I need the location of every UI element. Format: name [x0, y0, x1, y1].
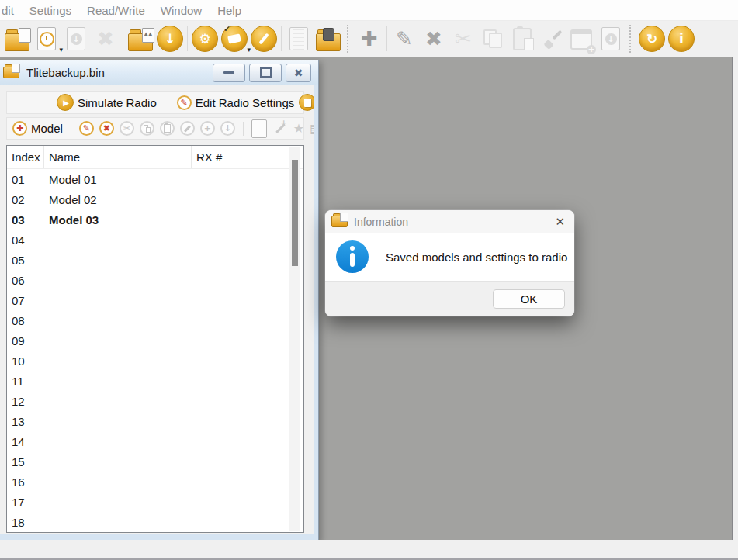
- paste-model-icon[interactable]: [508, 24, 537, 54]
- table-row[interactable]: 04: [7, 230, 303, 250]
- cell-index: 12: [7, 395, 44, 408]
- open-radio-backup-icon[interactable]: ▲▲: [126, 24, 155, 54]
- document-window-title: Tlitebackup.bin: [26, 66, 206, 79]
- dialog-titlebar[interactable]: Information ✕: [325, 210, 574, 233]
- table-row[interactable]: 17: [7, 492, 303, 512]
- dialog-title: Information: [354, 216, 549, 228]
- toolbar-separator: [71, 122, 71, 136]
- table-row[interactable]: 10: [7, 351, 303, 371]
- default-model-icon[interactable]: ★: [293, 121, 304, 136]
- table-row[interactable]: 08: [7, 310, 303, 330]
- print-model-icon[interactable]: ▤: [310, 121, 314, 136]
- save-file-icon[interactable]: ↓: [61, 24, 91, 54]
- cell-index: 09: [7, 334, 44, 347]
- table-row[interactable]: 18: [7, 512, 303, 532]
- table-row[interactable]: 15: [7, 451, 303, 472]
- table-row[interactable]: 01Model 01: [7, 169, 303, 189]
- table-row[interactable]: 11: [7, 371, 303, 391]
- model-toolbar: ✚ Model ✎✖✂+↓★▤ »: [6, 117, 304, 140]
- copy-model-icon[interactable]: [478, 24, 508, 54]
- cell-index: 11: [7, 375, 44, 388]
- column-header-name[interactable]: Name: [44, 146, 192, 168]
- radio-profile-icon[interactable]: ✓▾: [220, 24, 249, 54]
- table-scrollbar[interactable]: [289, 147, 300, 531]
- model-wizard-icon[interactable]: [537, 24, 566, 54]
- new-model-icon[interactable]: [251, 119, 267, 138]
- info-icon: [336, 240, 369, 273]
- scrollbar-thumb[interactable]: [292, 160, 298, 266]
- cell-index: 01: [7, 173, 44, 186]
- ok-button[interactable]: OK: [493, 289, 565, 309]
- model-wizard-icon[interactable]: [272, 121, 288, 137]
- model-table: Index Name RX # 01Model 0102Model 0203Mo…: [6, 145, 304, 533]
- add-category-icon[interactable]: [566, 24, 596, 54]
- dialog-close-icon[interactable]: ✕: [555, 215, 565, 229]
- cell-index: 14: [7, 435, 44, 448]
- toolbar-separator: [187, 26, 188, 51]
- save-model-icon[interactable]: ↓: [596, 24, 625, 54]
- recent-files-icon[interactable]: ▾: [32, 24, 61, 54]
- pencil-icon: ✎: [177, 95, 192, 110]
- table-row[interactable]: 06: [7, 270, 303, 290]
- maximize-button[interactable]: [249, 64, 282, 82]
- delete-model-icon[interactable]: ✖: [99, 121, 114, 136]
- wizard-model-icon[interactable]: [180, 121, 195, 136]
- menu-item-help[interactable]: Help: [210, 4, 249, 17]
- cell-index: 15: [7, 455, 44, 468]
- cell-index: 04: [7, 233, 44, 247]
- compare-models-icon[interactable]: [284, 24, 314, 54]
- add-model-button[interactable]: ✚ Model: [12, 121, 63, 136]
- copy-model-icon[interactable]: [140, 121, 154, 136]
- table-row[interactable]: 07: [7, 290, 303, 310]
- menu-item-dit[interactable]: dit: [0, 4, 22, 17]
- cell-index: 13: [7, 415, 44, 428]
- dialog-footer: OK: [325, 281, 574, 316]
- column-header-rx[interactable]: RX #: [192, 146, 286, 168]
- simulate-radio-label: Simulate Radio: [78, 96, 157, 109]
- table-row[interactable]: 09: [7, 330, 303, 351]
- about-icon[interactable]: i: [667, 24, 696, 54]
- edit-radio-settings-button[interactable]: ✎ Edit Radio Settings: [177, 95, 295, 110]
- minimize-button[interactable]: [213, 64, 245, 82]
- document-window-body: ▶ Simulate Radio ✎ Edit Radio Settings ✚…: [0, 85, 314, 534]
- edit-theme-icon[interactable]: [249, 24, 279, 54]
- table-row[interactable]: 03Model 03: [7, 209, 303, 230]
- main-toolbar: ▾↓✖▲▲↓⚙✓▾✚✎✖✂↓↻i: [0, 21, 738, 57]
- table-row[interactable]: 13: [7, 411, 303, 431]
- toolbar-separator: [243, 122, 244, 136]
- simulate-radio-button[interactable]: ▶ Simulate Radio: [57, 94, 157, 111]
- cell-index: 10: [7, 354, 44, 368]
- read-write-sync-icon[interactable]: ↻: [637, 24, 667, 54]
- cut-model-icon[interactable]: ✂: [449, 24, 478, 54]
- paste-model-icon[interactable]: [160, 121, 175, 136]
- add-model-icon[interactable]: ✚: [355, 24, 384, 54]
- open-file-icon[interactable]: [2, 24, 32, 54]
- menu-item-settings[interactable]: Settings: [22, 4, 79, 17]
- close-button[interactable]: ✖: [286, 64, 311, 82]
- table-row[interactable]: 02Model 02: [7, 189, 303, 209]
- cell-name: Model 01: [44, 173, 192, 186]
- close-file-icon[interactable]: ✖: [91, 24, 120, 54]
- cell-index: 06: [7, 274, 44, 287]
- duplicate-model-icon[interactable]: +: [200, 121, 215, 136]
- cell-index: 17: [7, 496, 44, 509]
- app-settings-icon[interactable]: ⚙: [190, 24, 220, 54]
- table-row[interactable]: 14: [7, 431, 303, 451]
- edit-model-icon[interactable]: ✎: [390, 24, 419, 54]
- document-window-titlebar[interactable]: Tlitebackup.bin ✖: [0, 60, 318, 85]
- menu-item-read-write[interactable]: Read/Write: [79, 4, 153, 17]
- column-header-index[interactable]: Index: [7, 146, 44, 168]
- delete-model-icon[interactable]: ✖: [419, 24, 449, 54]
- sdcard-sync-icon[interactable]: [314, 24, 343, 54]
- export-model-icon[interactable]: ↓: [220, 121, 235, 136]
- edit-model-icon[interactable]: ✎: [79, 121, 94, 136]
- table-row[interactable]: 16: [7, 472, 303, 492]
- table-row[interactable]: 05: [7, 250, 303, 270]
- cut-model-icon[interactable]: ✂: [120, 121, 134, 136]
- cell-index: 08: [7, 314, 44, 327]
- model-table-body: 01Model 0102Model 0203Model 030405060708…: [7, 169, 303, 532]
- menu-item-window[interactable]: Window: [153, 4, 210, 17]
- copy-radio-settings-icon[interactable]: [299, 94, 314, 111]
- table-row[interactable]: 12: [7, 391, 303, 411]
- write-to-radio-icon[interactable]: ↓: [155, 24, 185, 54]
